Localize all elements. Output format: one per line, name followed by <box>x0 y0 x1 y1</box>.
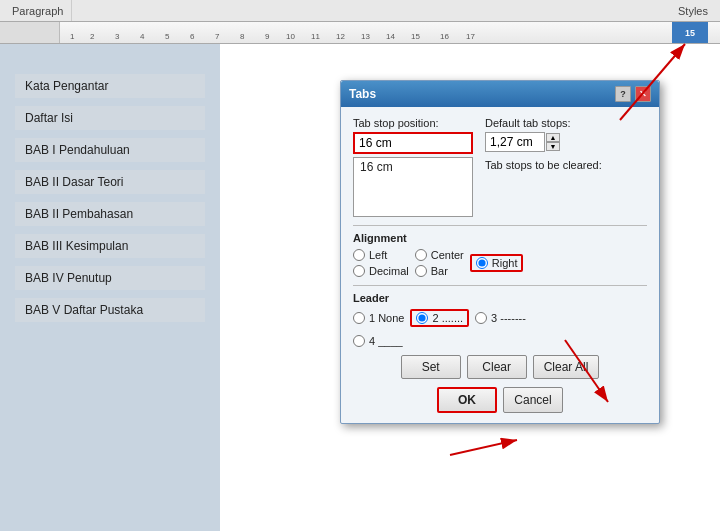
toc-item-6: BAB IV Penutup <box>15 266 205 290</box>
list-item-16cm[interactable]: 16 cm <box>354 158 472 176</box>
action-btn-row: Set Clear Clear All <box>353 355 647 379</box>
ok-cancel-row: OK Cancel <box>353 387 647 413</box>
tabs-dialog: Tabs ? ✕ Tab stop position: 16 cm <box>340 80 660 424</box>
toc-item-2: BAB I Pendahuluan <box>15 138 205 162</box>
toc-item-7: BAB V Daftar Pustaka <box>15 298 205 322</box>
ruler-num-7: 7 <box>215 32 219 41</box>
clear-button[interactable]: Clear <box>467 355 527 379</box>
tab-stops-to-clear-label: Tab stops to be cleared: <box>485 159 602 171</box>
default-tab-stops-label: Default tab stops: <box>485 117 602 129</box>
ruler-num-9: 9 <box>265 32 269 41</box>
leader-dashes-label: 3 ------- <box>491 312 526 324</box>
ruler-num-4: 4 <box>140 32 144 41</box>
divider-2 <box>353 285 647 286</box>
styles-label: Styles <box>678 5 708 17</box>
tab-stop-position-label: Tab stop position: <box>353 117 473 129</box>
ruler-num-17: 17 <box>466 32 475 41</box>
spinner-up[interactable]: ▲ <box>546 133 560 142</box>
leader-none-label: 1 None <box>369 312 404 324</box>
ruler-num-15: 15 <box>411 32 420 41</box>
alignment-bar[interactable]: Bar <box>415 265 464 277</box>
ok-button[interactable]: OK <box>437 387 497 413</box>
toc-item-0: Kata Pengantar <box>15 74 205 98</box>
spinner-buttons: ▲ ▼ <box>546 133 560 151</box>
alignment-group: Left Decimal Center Bar <box>353 249 647 277</box>
ruler-num-16: 16 <box>440 32 449 41</box>
ruler-num-1: 1 <box>70 32 74 41</box>
leader-underline[interactable]: 4 ____ <box>353 335 647 347</box>
alignment-center-label: Center <box>431 249 464 261</box>
help-button[interactable]: ? <box>615 86 631 102</box>
alignment-col-3: Right <box>470 254 524 272</box>
alignment-left-label: Left <box>369 249 387 261</box>
doc-sidebar: Kata Pengantar Daftar Isi BAB I Pendahul… <box>0 44 220 531</box>
leader-dots-radio[interactable] <box>416 312 428 324</box>
ruler: 1 2 3 4 5 6 7 8 9 10 11 12 13 14 15 16 1… <box>0 22 720 44</box>
leader-dots-highlight: 2 ....... <box>410 309 469 327</box>
alignment-right-label: Right <box>492 257 518 269</box>
leader-none-radio[interactable] <box>353 312 365 324</box>
dialog-body: Tab stop position: 16 cm Default tab sto… <box>341 107 659 423</box>
ruler-num-5: 5 <box>165 32 169 41</box>
tabs-dialog-overlay: Tabs ? ✕ Tab stop position: 16 cm <box>340 80 660 424</box>
ruler-num-13: 13 <box>361 32 370 41</box>
ruler-num-11: 11 <box>311 32 320 41</box>
alignment-header: Alignment <box>353 232 647 244</box>
tab-stop-position-group: Tab stop position: 16 cm <box>353 117 473 217</box>
toolbar: Paragraph Styles <box>0 0 720 22</box>
ruler-num-8: 8 <box>240 32 244 41</box>
leader-underline-radio[interactable] <box>353 335 365 347</box>
ruler-highlight: 15 <box>672 22 708 44</box>
tab-stop-list[interactable]: 16 cm <box>353 157 473 217</box>
ruler-ticks: 1 2 3 4 5 6 7 8 9 10 11 12 13 14 15 16 1… <box>60 22 720 43</box>
set-button[interactable]: Set <box>401 355 461 379</box>
default-stops-group: Default tab stops: ▲ ▼ Tab stops to be c… <box>485 117 602 217</box>
top-row: Tab stop position: 16 cm Default tab sto… <box>353 117 647 217</box>
ruler-num-2: 2 <box>90 32 94 41</box>
close-button[interactable]: ✕ <box>635 86 651 102</box>
styles-section: Styles <box>670 5 716 17</box>
spinner-down[interactable]: ▼ <box>546 142 560 151</box>
alignment-right-radio[interactable] <box>476 257 488 269</box>
ruler-num-10: 10 <box>286 32 295 41</box>
ruler-num-12: 12 <box>336 32 345 41</box>
leader-underline-label: 4 ____ <box>369 335 403 347</box>
ruler-num-6: 6 <box>190 32 194 41</box>
alignment-decimal-radio[interactable] <box>353 265 365 277</box>
toc-item-1: Daftar Isi <box>15 106 205 130</box>
alignment-bar-label: Bar <box>431 265 448 277</box>
alignment-col-2: Center Bar <box>415 249 464 277</box>
leader-none[interactable]: 1 None <box>353 309 404 327</box>
toc-item-3: BAB II Dasar Teori <box>15 170 205 194</box>
ruler-num-14: 14 <box>386 32 395 41</box>
alignment-decimal-label: Decimal <box>369 265 409 277</box>
clear-all-button[interactable]: Clear All <box>533 355 600 379</box>
alignment-center-radio[interactable] <box>415 249 427 261</box>
alignment-right[interactable]: Right <box>476 257 518 269</box>
alignment-center[interactable]: Center <box>415 249 464 261</box>
paragraph-section: Paragraph <box>4 0 72 21</box>
dialog-title: Tabs <box>349 87 376 101</box>
leader-dashes-radio[interactable] <box>475 312 487 324</box>
leader-dots[interactable]: 2 ....... <box>416 312 463 324</box>
leader-dots-label: 2 ....... <box>432 312 463 324</box>
cancel-button[interactable]: Cancel <box>503 387 563 413</box>
default-tab-stops-spinner: ▲ ▼ <box>485 132 602 152</box>
alignment-bar-radio[interactable] <box>415 265 427 277</box>
alignment-decimal[interactable]: Decimal <box>353 265 409 277</box>
alignment-left-radio[interactable] <box>353 249 365 261</box>
divider-1 <box>353 225 647 226</box>
toc-item-4: BAB II Pembahasan <box>15 202 205 226</box>
ruler-corner <box>0 22 60 44</box>
leader-row2: 4 ____ <box>353 335 647 347</box>
alignment-left[interactable]: Left <box>353 249 409 261</box>
tab-stop-position-input[interactable] <box>353 132 473 154</box>
toc-item-5: BAB III Kesimpulan <box>15 234 205 258</box>
default-tab-stops-input[interactable] <box>485 132 545 152</box>
paragraph-label: Paragraph <box>12 5 63 17</box>
leader-group: 1 None 2 ....... 3 ------- <box>353 309 647 327</box>
ruler-num-3: 3 <box>115 32 119 41</box>
leader-dashes[interactable]: 3 ------- <box>475 309 526 327</box>
leader-header: Leader <box>353 292 647 304</box>
alignment-right-highlight: Right <box>470 254 524 272</box>
